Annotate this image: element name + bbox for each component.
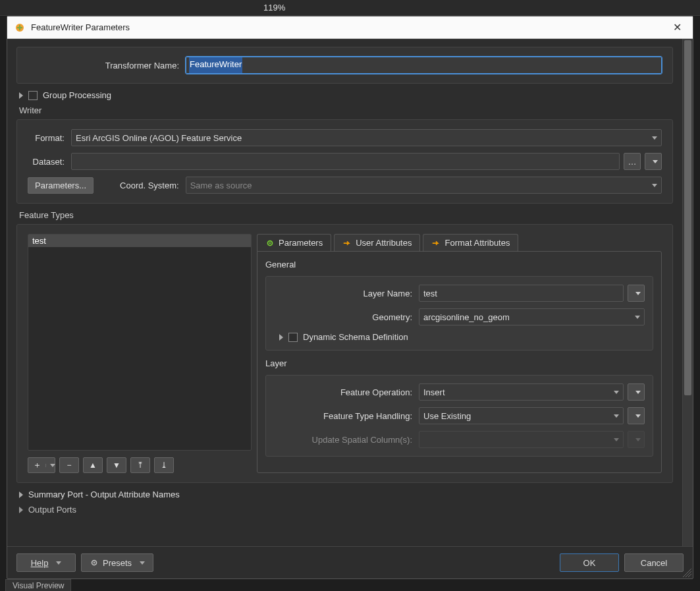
chevron-down-icon [635, 316, 640, 319]
chevron-down-icon [652, 136, 657, 140]
format-label: Format: [28, 133, 65, 143]
feature-type-handling-menu-button[interactable] [628, 407, 645, 424]
update-spatial-menu-button [628, 431, 645, 448]
layer-name-input[interactable] [419, 285, 624, 302]
dynamic-schema-expander[interactable]: Dynamic Schema Definition [279, 332, 645, 342]
feature-operation-menu-button[interactable] [628, 383, 645, 401]
feature-type-handling-label: Feature Type Handling: [274, 411, 412, 421]
dialog-footer: Help Presets OK Cancel [7, 546, 693, 578]
update-spatial-label: Update Spatial Column(s): [274, 435, 412, 445]
window-title: FeatureWriter Parameters [31, 22, 668, 32]
coord-system-select[interactable]: Same as source [186, 177, 662, 194]
scrollbar-thumb[interactable] [684, 40, 691, 395]
dialog-content: Transformer Name: FeatureWriter Group Pr… [7, 39, 682, 546]
chevron-down-icon [56, 561, 61, 565]
ok-button[interactable]: OK [560, 553, 619, 572]
arrow-icon [342, 239, 352, 248]
list-item[interactable]: test [28, 235, 251, 247]
writer-group: Format: Esri ArcGIS Online (AGOL) Featur… [16, 119, 673, 204]
close-button[interactable]: ✕ [668, 18, 686, 37]
group-processing-label: Group Processing [43, 90, 111, 100]
layer-name-menu-button[interactable] [628, 285, 645, 302]
move-down-button[interactable]: ▼ [107, 457, 126, 473]
dataset-browse-button[interactable]: … [624, 153, 641, 170]
add-button[interactable]: ＋ [28, 457, 55, 473]
feature-type-handling-select[interactable]: Use Existing [419, 407, 624, 424]
update-spatial-select [419, 431, 624, 448]
general-heading: General [265, 260, 653, 269]
chevron-down-icon [140, 561, 145, 565]
layer-heading: Layer [265, 358, 653, 368]
feature-operation-label: Feature Operation: [274, 387, 412, 397]
dataset-menu-button[interactable] [645, 153, 662, 170]
move-bottom-button[interactable]: ⤓ [154, 457, 174, 473]
chevron-down-icon [614, 438, 619, 441]
dataset-input[interactable] [71, 153, 620, 170]
transformer-name-input[interactable]: FeatureWriter [186, 57, 662, 74]
move-top-button[interactable]: ⤒ [130, 457, 150, 473]
expand-icon [19, 92, 23, 99]
remove-button[interactable]: − [59, 457, 79, 473]
expand-icon [279, 334, 283, 341]
layer-name-label: Layer Name: [274, 289, 412, 298]
visual-preview-tab[interactable]: Visual Preview [5, 579, 71, 591]
chevron-down-icon [614, 391, 619, 394]
output-ports-expander[interactable]: Output Ports [19, 505, 670, 515]
gear-icon [90, 558, 99, 567]
transformer-name-group: Transformer Name: FeatureWriter [16, 47, 673, 84]
format-select[interactable]: Esri ArcGIS Online (AGOL) Feature Servic… [71, 129, 662, 146]
titlebar: FeatureWriter Parameters ✕ [7, 16, 693, 39]
vertical-scrollbar[interactable] [682, 39, 693, 546]
writer-section-label: Writer [19, 105, 670, 115]
transformer-name-label: Transformer Name: [28, 61, 179, 70]
resize-handle[interactable] [682, 568, 691, 577]
geometry-label: Geometry: [274, 312, 412, 322]
general-group: Layer Name: Geometry: arcgisonline_no_ge… [265, 276, 653, 351]
gear-icon [265, 239, 275, 248]
tab-format-attributes[interactable]: Format Attributes [423, 234, 518, 251]
dataset-label: Dataset: [28, 157, 65, 167]
expand-icon [19, 507, 23, 513]
feature-type-tabs: Parameters User Attributes Format Attrib… [257, 234, 662, 251]
layer-group: Feature Operation: Insert Feature Type H… [265, 375, 653, 457]
group-processing-checkbox[interactable] [28, 91, 38, 100]
geometry-select[interactable]: arcgisonline_no_geom [419, 308, 645, 325]
chevron-down-icon [614, 414, 619, 418]
tab-parameters[interactable]: Parameters [257, 234, 331, 251]
feature-operation-select[interactable]: Insert [419, 383, 624, 401]
parameters-button[interactable]: Parameters... [28, 177, 94, 194]
arrow-icon [431, 239, 441, 248]
app-toolbar: 119% [0, 0, 700, 16]
tab-body: General Layer Name: Geometry: arcgisonli… [257, 251, 662, 473]
app-icon [14, 22, 26, 34]
group-processing-expander[interactable]: Group Processing [19, 90, 670, 100]
help-button[interactable]: Help [16, 553, 76, 572]
feature-type-list[interactable]: test [28, 234, 252, 451]
svg-point-2 [269, 242, 271, 244]
zoom-level: 119% [263, 3, 285, 13]
feature-types-section-label: Feature Types [19, 210, 670, 220]
dynamic-schema-checkbox[interactable] [288, 333, 298, 342]
tab-user-attributes[interactable]: User Attributes [334, 234, 420, 251]
svg-point-4 [94, 562, 95, 564]
chevron-down-icon [652, 184, 657, 187]
featurewriter-dialog: FeatureWriter Parameters ✕ Transformer N… [7, 16, 693, 579]
expand-icon [19, 492, 23, 498]
presets-button[interactable]: Presets [81, 553, 153, 572]
feature-types-group: test ＋ − ▲ ▼ ⤒ ⤓ Parameters [16, 224, 673, 483]
summary-port-expander[interactable]: Summary Port - Output Attribute Names [19, 490, 670, 499]
output-ports-label: Output Ports [28, 505, 76, 515]
summary-port-label: Summary Port - Output Attribute Names [28, 490, 180, 499]
cancel-button[interactable]: Cancel [624, 553, 684, 572]
coord-system-label: Coord. System: [120, 181, 179, 190]
move-up-button[interactable]: ▲ [83, 457, 103, 473]
feature-type-toolbar: ＋ − ▲ ▼ ⤒ ⤓ [28, 457, 252, 473]
dynamic-schema-label: Dynamic Schema Definition [303, 332, 408, 342]
